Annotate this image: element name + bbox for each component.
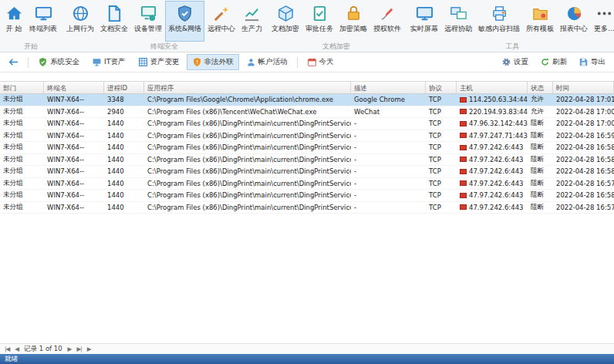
ribbon-item-label: 敏感内容扫描 xyxy=(478,24,520,34)
prev-page-button[interactable]: ◀ xyxy=(15,345,19,352)
column-header-time[interactable]: 时间 xyxy=(553,82,614,93)
back-button[interactable] xyxy=(3,54,24,70)
toolbar-right-group: 设置刷新导出 xyxy=(496,54,611,70)
cell-host: 114.250.63.34:443 xyxy=(457,94,528,106)
ribbon-item-screen[interactable]: 实时屏幕 xyxy=(407,1,441,42)
cell-host: 47.96.32.142:443 xyxy=(457,118,528,130)
table-row[interactable]: 未分组WIN7-X64--2940C:\Program Files (x86)\… xyxy=(0,106,614,119)
flag-icon xyxy=(460,109,467,114)
back-arrow-icon xyxy=(8,57,19,67)
toolbar-button-shield-check[interactable]: 系统安全 xyxy=(32,54,85,70)
ribbon-item-label: 更多... xyxy=(594,24,614,34)
table-body: 未分组WIN7-X64--3348C:\Program Files\Google… xyxy=(0,94,614,214)
toolbar-button-account[interactable]: 帐户活动 xyxy=(241,54,293,70)
more-page-button[interactable]: ▶ xyxy=(87,345,91,352)
cell-app: C:\Program Files (x86)\DingPrint\main\cu… xyxy=(144,178,351,190)
cell-app: C:\Program Files (x86)\DingPrint\main\cu… xyxy=(144,166,351,177)
column-header-pid[interactable]: 进程ID xyxy=(104,82,144,93)
ribbon-item-terminal-list[interactable]: 终端列表 xyxy=(26,1,60,42)
toolbar-button-asset-change[interactable]: 资产变更 xyxy=(133,54,185,70)
next-page-button[interactable]: ▶ xyxy=(68,345,72,352)
ribbon-item-web[interactable]: 上网行为 xyxy=(63,1,97,42)
cell-terminal: WIN7-X64-- xyxy=(44,130,104,142)
column-header-app[interactable]: 应用程序 xyxy=(144,82,351,93)
toolbar-button-label: 非法外联 xyxy=(204,57,234,67)
table-header: 部门终端名进程ID应用程序描述协议主机状态时间 xyxy=(0,81,614,94)
table-row[interactable]: 未分组WIN7-X64--3348C:\Program Files\Google… xyxy=(0,94,614,106)
host-text: 114.250.63.34:443 xyxy=(469,96,528,103)
cell-time: 2022-04-28 16:57:54 xyxy=(553,178,614,190)
ribbon-item-doc-encrypt[interactable]: 文档加密 xyxy=(268,1,302,42)
cell-terminal: WIN7-X64-- xyxy=(44,202,104,214)
table-row[interactable]: 未分组WIN7-X64--1440C:\Program Files (x86)\… xyxy=(0,190,614,202)
ribbon-item-label: 终端列表 xyxy=(29,24,57,34)
column-header-dept[interactable]: 部门 xyxy=(0,82,44,93)
table-row[interactable]: 未分组WIN7-X64--1440C:\Program Files (x86)\… xyxy=(0,178,614,190)
ribbon-item-more[interactable]: 更多... xyxy=(591,1,614,42)
approval-icon xyxy=(311,5,329,22)
flag-icon xyxy=(460,145,467,150)
ribbon-item-encrypt-policy[interactable]: 加密策略 xyxy=(336,1,370,42)
cell-proto: TCP xyxy=(426,190,457,201)
flag-icon xyxy=(460,180,467,186)
table-row[interactable]: 未分组WIN7-X64--1440C:\Program Files (x86)\… xyxy=(0,130,614,143)
toolbar-button-refresh[interactable]: 刷新 xyxy=(535,54,572,70)
toolbar-button-it-asset[interactable]: IT资产 xyxy=(86,54,131,70)
table-row[interactable]: 未分组WIN7-X64--1440C:\Program Files (x86)\… xyxy=(0,202,614,214)
cell-desc: - xyxy=(351,202,426,214)
ribbon-item-productivity[interactable]: 生产力 xyxy=(238,1,265,42)
ribbon-item-label: 实时屏幕 xyxy=(410,24,438,34)
cell-status: 阻断 xyxy=(528,190,553,201)
table-row[interactable]: 未分组WIN7-X64--1440C:\Program Files (x86)\… xyxy=(0,118,614,130)
cell-host: 47.97.247.71:443 xyxy=(457,130,528,142)
column-header-host[interactable]: 主机 xyxy=(457,82,528,93)
ribbon-item-label: 所有模板 xyxy=(526,24,554,34)
ribbon-item-remote-center[interactable]: 远程中心 xyxy=(204,1,238,42)
license-icon xyxy=(379,5,396,22)
toolbar-button-illegal-connect[interactable]: 非法外联 xyxy=(187,54,239,70)
calendar-icon xyxy=(307,57,317,67)
cell-desc: - xyxy=(351,154,426,166)
column-header-proto[interactable]: 协议 xyxy=(426,82,457,93)
cell-terminal: WIN7-X64-- xyxy=(44,106,104,118)
ribbon-item-approval[interactable]: 审批任务 xyxy=(302,1,336,42)
ribbon-item-label: 文档安全 xyxy=(100,24,128,34)
ribbon-item-network-shield[interactable]: 系统&网络 xyxy=(165,1,204,42)
ribbon-item-templates[interactable]: 所有模板 xyxy=(523,1,557,42)
toolbar-button-calendar[interactable]: 今天 xyxy=(302,54,339,70)
status-text: 就绪 xyxy=(5,355,18,364)
ribbon-item-home[interactable]: 开 始 xyxy=(2,1,26,42)
table-row[interactable]: 未分组WIN7-X64--1440C:\Program Files (x86)\… xyxy=(0,154,614,167)
toolbar-button-label: 刷新 xyxy=(552,57,567,67)
ribbon-item-license[interactable]: 授权软件 xyxy=(370,1,404,42)
cell-time: 2022-04-28 17:00:04 xyxy=(553,118,614,130)
column-header-terminal[interactable]: 终端名 xyxy=(44,82,104,93)
host-text: 47.97.242.6:443 xyxy=(469,191,523,199)
ribbon-item-device[interactable]: 设备管理 xyxy=(131,1,165,42)
cell-status: 阻断 xyxy=(528,142,553,153)
toolbar-button-label: 设置 xyxy=(514,57,528,67)
column-header-desc[interactable]: 描述 xyxy=(351,82,426,93)
remote-assist-icon xyxy=(450,5,467,22)
last-page-button[interactable]: ▶| xyxy=(76,345,81,352)
column-header-status[interactable]: 状态 xyxy=(528,82,553,93)
pagination-bar: |◀ ◀ 记录 1 of 10 ▶ ▶| ▶ xyxy=(0,343,614,354)
table-row[interactable]: 未分组WIN7-X64--1440C:\Program Files (x86)\… xyxy=(0,166,614,178)
first-page-button[interactable]: |◀ xyxy=(5,345,9,352)
toolbar-separator xyxy=(297,57,298,68)
flag-icon xyxy=(460,97,467,103)
ribbon-item-report[interactable]: 报表中心 xyxy=(557,1,591,42)
cell-pid: 1440 xyxy=(104,166,144,177)
toolbar-button-gear-small[interactable]: 设置 xyxy=(496,54,534,70)
scan-icon xyxy=(491,5,508,22)
ribbon-item-remote-assist[interactable]: 远程协助 xyxy=(441,1,475,42)
ribbon-item-scan[interactable]: 敏感内容扫描 xyxy=(475,1,523,42)
host-text: 47.97.242.6:443 xyxy=(469,167,523,175)
table-row[interactable]: 未分组WIN7-X64--1440C:\Program Files (x86)\… xyxy=(0,142,614,154)
toolbar-button-export[interactable]: 导出 xyxy=(573,54,611,70)
ribbon-item-doc-security[interactable]: 文档安全 xyxy=(97,1,131,42)
cell-time: 2022-04-28 16:57:34 xyxy=(553,202,614,214)
cell-status: 允许 xyxy=(528,106,553,118)
ribbon-group: 上网行为文档安全设备管理系统&网络远程中心生产力终端安全 xyxy=(63,1,265,52)
cell-dept: 未分组 xyxy=(0,190,44,201)
